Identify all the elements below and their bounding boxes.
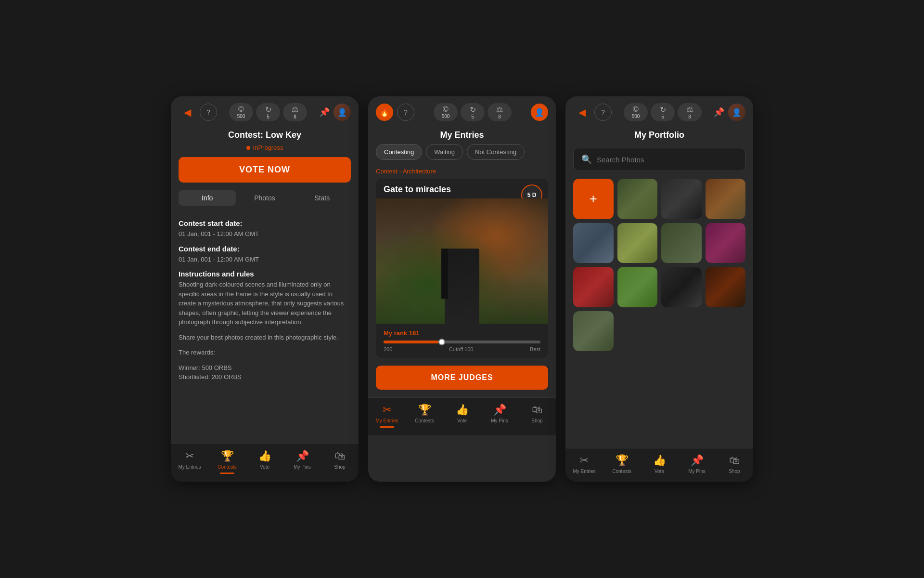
search-bar[interactable]: 🔍 [573, 148, 745, 171]
add-photo-button[interactable]: + [573, 179, 614, 219]
stat-votes-1: ↻ 5 [256, 103, 280, 121]
nav-my-entries-1[interactable]: ✂ My Entries [171, 450, 208, 474]
nav-my-entries-3[interactable]: ✂ My Entries [565, 454, 603, 474]
vote-icon-2: 👍 [456, 404, 469, 416]
nav-my-entries-2[interactable]: ✂ My Entries [368, 404, 406, 428]
rank-label-best: Best [530, 346, 540, 352]
credits-icon-2: © [443, 105, 449, 114]
photo-tree-inner [617, 179, 658, 219]
credits-icon-1: © [238, 105, 244, 114]
rank-marker [438, 339, 445, 345]
photo-item-tulip[interactable] [617, 267, 658, 307]
start-date-heading: Contest start date: [179, 219, 351, 227]
nav-shop-3[interactable]: 🛍 Shop [716, 454, 753, 474]
vote-label-1: Vote [260, 464, 270, 470]
nav-shop-1[interactable]: 🛍 Shop [321, 450, 359, 474]
photo-item-rose[interactable] [573, 267, 614, 307]
photo-item-sunset[interactable] [706, 267, 746, 307]
nav-pins-3[interactable]: 📌 My Pins [678, 454, 716, 474]
votes-icon-3: ↻ [660, 105, 666, 114]
nav-vote-1[interactable]: 👍 Vote [246, 450, 283, 474]
photo-item-flower[interactable] [706, 223, 746, 263]
tab-info[interactable]: Info [179, 190, 236, 206]
shop-icon-1: 🛍 [334, 450, 345, 462]
top-bar-3: ◀ ? © 500 ↻ 5 ⚖ 8 📌 👤 [565, 96, 753, 128]
nav-pins-2[interactable]: 📌 My Pins [481, 404, 518, 428]
instructions-text: Shooting dark-coloured scenes and illumi… [179, 280, 351, 327]
plus-icon: + [590, 191, 597, 207]
rewards-intro: The rewards: [179, 348, 351, 357]
photo-grid: + [565, 179, 753, 351]
contest-prefix: Contest - [376, 168, 401, 175]
photo-item-mansion[interactable] [573, 311, 614, 352]
avatar-2[interactable]: 👤 [531, 104, 548, 121]
top-bar-actions-3: 📌 👤 [714, 104, 745, 121]
contests-icon-3: 🏆 [616, 454, 629, 467]
stat-votes-3: ↻ 5 [651, 103, 675, 121]
my-entries-icon-3: ✂ [580, 454, 589, 467]
photo-item-field[interactable] [617, 223, 658, 263]
nav-vote-2[interactable]: 👍 Vote [443, 404, 481, 428]
contests-icon-2: 🏆 [418, 404, 431, 416]
credits-icon-3: © [633, 105, 639, 114]
photo-autumn-inner [706, 179, 746, 219]
home-button-2[interactable]: 🔥 [376, 104, 393, 121]
gate-photo [376, 198, 548, 324]
nav-vote-3[interactable]: 👍 Vote [641, 454, 678, 474]
vote-now-button[interactable]: VOTE NOW [179, 157, 351, 183]
photo-item-autumn[interactable] [706, 179, 746, 219]
tab-contesting[interactable]: Contesting [376, 144, 422, 160]
shop-label-1: Shop [334, 464, 345, 470]
votes-icon-2: ↻ [470, 105, 476, 114]
help-button-2[interactable]: ? [397, 104, 414, 121]
screen-contest-info: ◀ ? © 500 ↻ 5 ⚖ 8 📌 👤 Co [171, 96, 359, 482]
screen-portfolio: ◀ ? © 500 ↻ 5 ⚖ 8 📌 👤 My [565, 96, 753, 482]
photo-item-tree[interactable] [617, 179, 658, 219]
photo-item-silhouette[interactable] [661, 267, 702, 307]
judges-icon-1: ⚖ [292, 105, 298, 114]
nav-pins-1[interactable]: 📌 My Pins [283, 450, 321, 474]
stat-credits-1: © 500 [229, 103, 253, 121]
nav-underline-2 [380, 426, 394, 428]
my-entries-label-3: My Entries [573, 469, 595, 474]
avatar-1[interactable]: 👤 [334, 104, 351, 121]
help-button-3[interactable]: ? [594, 104, 612, 121]
contest-info-content: Contest start date: 01 Jan, 001 - 12:00 … [171, 211, 359, 444]
nav-contests-3[interactable]: 🏆 Contests [603, 454, 641, 474]
photo-item-park[interactable] [661, 223, 702, 263]
tab-photos[interactable]: Photos [236, 190, 293, 206]
my-entries-label-1: My Entries [178, 464, 201, 470]
my-entries-icon-1: ✂ [185, 450, 194, 462]
avatar-3[interactable]: 👤 [728, 104, 745, 121]
nav-shop-2[interactable]: 🛍 Shop [518, 404, 556, 428]
nav-underline-1 [220, 473, 234, 474]
photo-item-building[interactable] [573, 223, 614, 263]
stat-credits-3: © 500 [624, 103, 648, 121]
search-icon: 🔍 [581, 154, 592, 165]
tab-waiting[interactable]: Waiting [426, 144, 463, 160]
rank-bar-container [384, 341, 540, 343]
help-button-1[interactable]: ? [200, 104, 217, 121]
screen-my-entries: 🔥 ? © 500 ↻ 5 ⚖ 8 👤 My Entries Conte [368, 96, 556, 482]
stat-judges-3: ⚖ 8 [678, 103, 702, 121]
page-title-1: Contest: Low Key [171, 128, 359, 144]
pins-icon-1: 📌 [296, 450, 309, 462]
pin-icon-1[interactable]: 📌 [319, 107, 330, 118]
photo-item-corridor[interactable] [661, 179, 702, 219]
back-button-1[interactable]: ◀ [179, 104, 196, 121]
tab-not-contesting[interactable]: Not Contesting [467, 144, 525, 160]
more-judges-button[interactable]: MORE JUDGES [376, 366, 548, 390]
tab-stats[interactable]: Stats [294, 190, 351, 206]
back-button-3[interactable]: ◀ [573, 104, 590, 121]
shop-label-2: Shop [531, 418, 542, 423]
vote-label-2: Vote [457, 418, 467, 423]
pins-label-3: My Pins [688, 469, 706, 474]
pins-label-1: My Pins [294, 464, 311, 470]
shop-icon-2: 🛍 [532, 404, 542, 416]
contests-label-1: Contests [218, 464, 236, 470]
nav-contests-1[interactable]: 🏆 Contests [208, 450, 246, 474]
search-input[interactable] [597, 156, 737, 164]
pin-icon-3[interactable]: 📌 [714, 107, 724, 118]
nav-contests-2[interactable]: 🏆 Contests [406, 404, 443, 428]
contest-label: Contest - Architecture [368, 168, 556, 179]
